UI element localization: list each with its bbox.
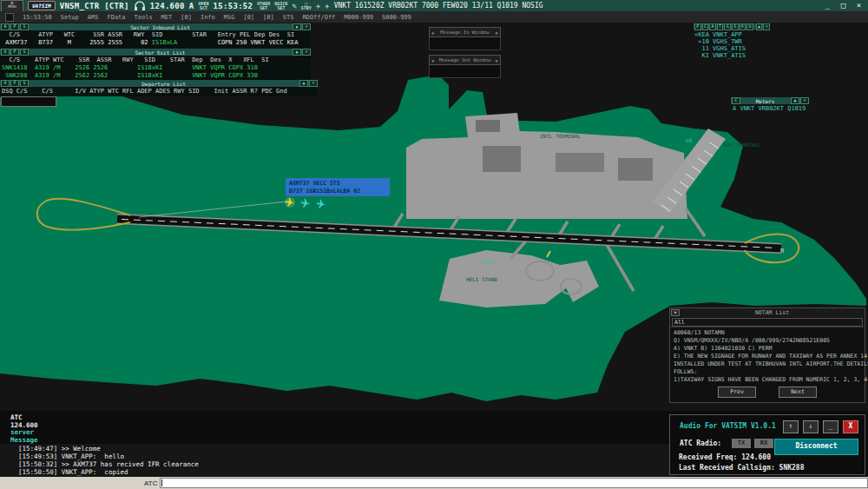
vatsim-logo[interactable]: VATSIM xyxy=(28,1,56,10)
menu-msg-count-2[interactable]: [0] xyxy=(263,14,274,21)
filter-t-button[interactable]: T xyxy=(717,23,724,30)
volume-up-button[interactable]: ↑ xyxy=(783,420,799,433)
list-button-s[interactable]: S xyxy=(20,23,29,30)
menu-item-fdata[interactable]: FData xyxy=(107,14,125,21)
menu-item-setup[interactable]: Setup xyxy=(61,14,79,21)
sector-exit-titlebar[interactable]: A F S Sector Exit List ▲ × xyxy=(0,49,311,56)
other-set-button[interactable]: OTHERSET xyxy=(257,2,270,10)
list-button-f[interactable]: F xyxy=(10,80,19,87)
menu-item-ams[interactable]: AMS xyxy=(88,14,99,21)
close-icon[interactable]: × xyxy=(309,80,318,87)
filter-a-button[interactable]: A xyxy=(709,23,716,30)
controller-callsign[interactable]: VNSM_CTR [CTR] xyxy=(60,2,129,10)
next-button[interactable]: Next xyxy=(779,387,817,398)
list-button-f[interactable]: F xyxy=(10,23,19,30)
disconnect-button[interactable]: Disconnect xyxy=(774,439,858,455)
close-button[interactable]: X xyxy=(843,420,858,433)
controller-list-titlebar[interactable]: F C A T G S O U ▲ × xyxy=(694,23,770,30)
filter-g-button[interactable]: G xyxy=(724,23,731,30)
stby-button[interactable]: □STBY xyxy=(301,2,312,10)
minimize-button[interactable]: _ xyxy=(821,1,834,10)
command-input-field[interactable] xyxy=(160,478,868,488)
list-button-f[interactable]: F xyxy=(10,49,19,56)
mode-letter[interactable]: A xyxy=(189,2,194,10)
menu-met-count[interactable]: [0] xyxy=(181,14,192,21)
exit-row-snk288[interactable]: SNK288 A319 /M 2562 2562 IS1BxKI VNKT VQ… xyxy=(2,72,309,80)
exit-row-snk1418[interactable]: SNK1418 A319 /M 2526 2526 IS1BxKI VNKT V… xyxy=(2,64,309,72)
minimize-button[interactable]: _ xyxy=(823,420,838,433)
filter-f-button[interactable]: F xyxy=(694,23,701,30)
exit-header-row[interactable]: C/S ATYP WTC SSR ASSR RWY SID STAR Dep D… xyxy=(2,56,309,64)
controller-vghs-twr[interactable]: «10 VGHS_TWR xyxy=(694,38,769,45)
aircraft-datablock[interactable]: AXM737 VECC STS B737 1GR1S1BxLALBA 02 xyxy=(286,178,390,196)
tx-button[interactable]: TX xyxy=(732,439,751,448)
departure-header-row[interactable]: DSQ C/S C/S I/V ATYP WTC RFL ADEP ADES R… xyxy=(2,88,316,96)
meters-titlebar[interactable]: C Meters ▲ × xyxy=(731,97,809,104)
volume-down-button[interactable]: ↓ xyxy=(803,420,819,433)
filter-o-button[interactable]: O xyxy=(740,23,746,30)
close-icon[interactable]: × xyxy=(302,23,311,30)
dot-icon[interactable]: ▪ xyxy=(495,57,498,63)
quick-set-button[interactable]: QUICKSET xyxy=(274,2,287,10)
maximize-button[interactable]: □ xyxy=(837,1,850,10)
chat-tab-message[interactable]: Message xyxy=(10,437,38,445)
plane-cursor-icon-1[interactable]: ✈ xyxy=(316,2,320,10)
list-button-a[interactable]: A xyxy=(1,80,10,87)
open-sct-button[interactable]: OPENSCT xyxy=(199,2,209,10)
c-button[interactable]: C xyxy=(732,97,740,104)
filter-u-button[interactable]: U xyxy=(746,23,753,30)
collapse-icon[interactable]: ▲ xyxy=(756,23,763,30)
menu-item-msg[interactable]: MSG xyxy=(224,14,235,21)
notam-corner-button[interactable]: ▪ xyxy=(671,309,680,316)
notam-titlebar[interactable]: ▪ NOTAM List xyxy=(670,308,865,317)
controller-vghs-atis[interactable]: 11 VGHS_ATIS xyxy=(694,45,769,52)
inbound-header-row[interactable]: C/S ATYP WTC SSR ASSR RWY SID STAR Entry… xyxy=(2,31,309,39)
close-icon[interactable]: × xyxy=(800,97,809,104)
menu-item-info[interactable]: Info xyxy=(201,14,215,21)
message-out-body[interactable] xyxy=(429,65,501,78)
filter-s-button[interactable]: S xyxy=(732,23,739,30)
list-button-a[interactable]: A xyxy=(1,23,10,30)
dot-icon[interactable]: ▪ xyxy=(431,30,435,36)
message-in-body[interactable] xyxy=(429,37,501,50)
menu-button[interactable]: ☰MENU xyxy=(1,0,23,12)
collapse-icon[interactable]: ▲ xyxy=(791,97,799,104)
collapse-icon[interactable]: ▲ xyxy=(293,49,301,56)
menu-item-sts[interactable]: STS xyxy=(283,14,294,21)
message-out-titlebar[interactable]: ▪ Message Out Window ▪ xyxy=(429,55,501,65)
inbound-row-axm737[interactable]: AXM737 B737 M 2555 2555 02 IS1BxLA COPN … xyxy=(2,39,309,47)
menu-chip-icon[interactable] xyxy=(5,13,14,22)
headset-icon[interactable] xyxy=(134,1,146,11)
plane-cursor-icon-2[interactable]: ✈ xyxy=(325,2,329,10)
controller-vnkt-atis[interactable]: KI VNKT_ATIS xyxy=(694,52,769,59)
primary-frequency[interactable]: 124.600 xyxy=(150,2,185,10)
list-button-a[interactable]: A xyxy=(1,49,10,56)
close-icon[interactable]: × xyxy=(302,49,311,56)
menu-item-mrange[interactable]: M000-999 xyxy=(344,14,373,21)
controller-vnkt-app[interactable]: «KEA VNKT_APP xyxy=(694,31,769,38)
notam-filter-all[interactable]: All xyxy=(672,318,863,327)
meters-metar-line[interactable]: A VNKT VRB02KT Q1019 xyxy=(731,104,809,114)
prev-button[interactable]: Prev xyxy=(718,387,756,398)
list-button-s[interactable]: S xyxy=(20,49,29,56)
filter-c-button[interactable]: C xyxy=(702,23,709,30)
menu-item-rdoff[interactable]: RDOff/Off xyxy=(302,14,335,21)
rx-button[interactable]: RX xyxy=(754,439,773,448)
menu-item-srange[interactable]: S000-999 xyxy=(382,14,411,21)
menu-msg-count-1[interactable]: [0] xyxy=(243,14,254,21)
list-button-s[interactable]: S xyxy=(20,80,29,87)
close-button[interactable]: × xyxy=(852,1,865,10)
menu-item-tools[interactable]: Tools xyxy=(135,14,153,21)
chat-log[interactable]: [15:49:47] >> Welcome [15:49:53] VNKT_AP… xyxy=(0,444,675,478)
menu-item-met[interactable]: MET xyxy=(161,14,173,21)
dot-icon[interactable]: ▪ xyxy=(495,30,498,36)
sector-inbound-titlebar[interactable]: A F S Sector Inbound List ▲ × xyxy=(0,23,311,30)
pencil-icon[interactable]: ✎ xyxy=(292,2,296,10)
dot-icon[interactable]: ▪ xyxy=(431,57,435,63)
message-in-titlebar[interactable]: ▪ Message In Window ▪ xyxy=(429,27,501,37)
close-icon[interactable]: × xyxy=(763,23,770,30)
collapse-icon[interactable]: ▲ xyxy=(293,23,301,30)
departure-titlebar[interactable]: A F S Departure List ▲ × xyxy=(0,80,318,87)
collapse-icon[interactable]: ▲ xyxy=(299,80,308,87)
dsq-input-box[interactable] xyxy=(1,96,56,107)
